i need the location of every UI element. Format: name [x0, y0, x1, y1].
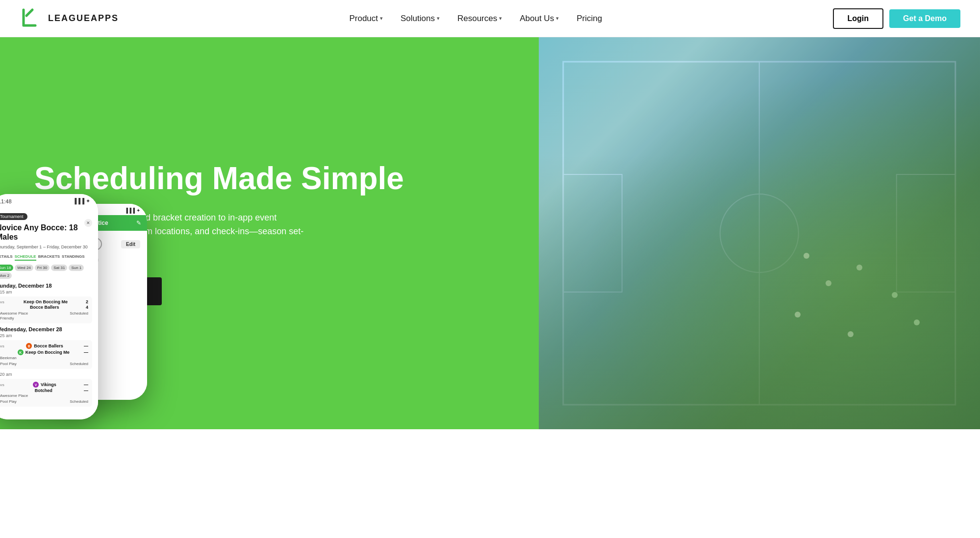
date-pill-mon2[interactable]: Mon 2	[0, 272, 12, 279]
svg-rect-5	[563, 174, 622, 292]
nav-resources[interactable]: Resources ▾	[451, 10, 509, 27]
match-card-2: vs B Bocce Ballers — K	[0, 340, 92, 369]
tournament-badge: Tournament	[0, 213, 27, 220]
player-dot	[914, 319, 920, 325]
edit-button[interactable]: Edit	[121, 240, 140, 248]
tab-standings[interactable]: STANDINGS	[62, 253, 85, 261]
nav-pricing[interactable]: Pricing	[570, 10, 609, 27]
date-pills: Sun 18 Wed 24 Fri 30 Sat 31 Sun 1 Mon 2	[0, 265, 92, 279]
team-icon: K	[18, 349, 24, 355]
team-name: Keep On Boccing Me	[24, 299, 68, 304]
nav-about-us[interactable]: About Us ▾	[513, 10, 566, 27]
svg-rect-1	[539, 37, 980, 429]
logo-icon	[20, 7, 43, 30]
match-card-1: vs Keep On Boccing Me 2 Bocce Ballers 4 …	[0, 296, 92, 323]
chevron-down-icon: ▾	[437, 15, 440, 22]
hero-right-panel	[539, 37, 980, 429]
tab-details[interactable]: DETAILS	[0, 253, 13, 261]
player-dot	[795, 312, 801, 318]
nav-product[interactable]: Product ▾	[342, 10, 390, 27]
nav-actions: Login Get a Demo	[833, 8, 960, 29]
match-location-3: Awesome Place	[0, 393, 88, 398]
field-overlay	[539, 37, 980, 429]
score: —	[84, 343, 88, 348]
date-pill-wed24[interactable]: Wed 24	[15, 265, 33, 271]
phone-time: 11:48	[0, 198, 12, 204]
get-demo-button[interactable]: Get a Demo	[889, 9, 960, 28]
svg-rect-6	[897, 174, 955, 292]
phone-mockups: 9:41 ▐▐▐ ✦ ‹ Practice ✎ ✓ ✕ ? Edit	[0, 37, 539, 429]
team-name: Bocce Ballers	[30, 305, 59, 310]
nav-links: Product ▾ Solutions ▾ Resources ▾ About …	[342, 10, 609, 27]
date-pill-sat31[interactable]: Sat 31	[51, 265, 67, 271]
team-name: V Vikings	[33, 382, 56, 388]
player-dot	[856, 265, 862, 270]
match-location: Awesome Place	[0, 311, 28, 316]
match-status-2: Scheduled	[70, 362, 88, 366]
section-date-2: Wednesday, December 28	[0, 326, 92, 332]
section-time-3: 8:20 am	[0, 372, 92, 377]
team-name: Botched	[35, 388, 52, 393]
edit-icon: ✎	[136, 220, 141, 226]
chevron-down-icon: ▾	[499, 15, 502, 22]
section-time-2: 7:25 am	[0, 333, 92, 338]
score: —	[84, 388, 88, 393]
score: —	[84, 350, 88, 355]
logo-link[interactable]: LEAGUEAPPS	[20, 7, 119, 30]
players-overlay	[539, 37, 980, 429]
date-pill-sun1[interactable]: Sun 1	[69, 265, 84, 271]
player-dot	[848, 331, 854, 337]
tab-schedule[interactable]: SCHEDULE	[15, 253, 36, 261]
phone-main-mockup: 11:48 ▐▐▐ ✦ Tournament Novice Any Bocce:…	[0, 194, 98, 419]
match-status-3: Scheduled	[70, 399, 88, 404]
player-dot	[892, 292, 898, 298]
event-date: Thursday, September 1 – Friday, December…	[0, 245, 92, 249]
team-name: K Keep On Boccing Me	[18, 349, 70, 355]
score: —	[84, 382, 88, 387]
match-card-3: vs V Vikings — Botched —	[0, 379, 92, 407]
team-icon: V	[33, 382, 39, 388]
date-pill-sun18[interactable]: Sun 18	[0, 265, 13, 271]
hero-left-panel: Scheduling Made Simple From automatic sc…	[0, 37, 539, 429]
match-type: Friendly	[0, 316, 88, 320]
match-type-3: Pool Play	[0, 399, 17, 404]
svg-rect-2	[563, 62, 955, 405]
score: 2	[86, 299, 88, 304]
chevron-down-icon: ▾	[556, 15, 559, 22]
schedule-tabs: DETAILS SCHEDULE BRACKETS STANDINGS	[0, 253, 92, 261]
team-icon: B	[26, 343, 32, 349]
tab-brackets[interactable]: BRACKETS	[38, 253, 60, 261]
team-name: B Bocce Ballers	[26, 343, 63, 349]
score: 4	[86, 305, 88, 310]
section-date-1: Sunday, December 18	[0, 283, 92, 289]
event-title: Novice Any Bocce: 18 Males	[0, 223, 92, 242]
logo-text: LEAGUEAPPS	[48, 13, 119, 24]
match-status: Scheduled	[70, 311, 88, 316]
chevron-down-icon: ▾	[380, 15, 383, 22]
close-icon[interactable]: ✕	[84, 219, 92, 227]
match-type-2: Pool Play	[0, 362, 17, 366]
match-location-2: Beekman	[0, 356, 88, 360]
signal-icon: ▐▐▐ ✦	[125, 208, 140, 213]
svg-point-4	[720, 194, 799, 272]
player-dot	[804, 253, 809, 259]
login-button[interactable]: Login	[833, 8, 884, 29]
navigation: LEAGUEAPPS Product ▾ Solutions ▾ Resourc…	[0, 0, 980, 37]
section-time-1: 8:15 am	[0, 290, 92, 294]
nav-solutions[interactable]: Solutions ▾	[394, 10, 447, 27]
player-dot	[826, 280, 831, 286]
date-pill-fri30[interactable]: Fri 30	[35, 265, 50, 271]
hero-section: Scheduling Made Simple From automatic sc…	[0, 37, 980, 429]
phone-signal-icon: ▐▐▐ ✦	[73, 198, 90, 204]
hero-background-image	[539, 37, 980, 429]
